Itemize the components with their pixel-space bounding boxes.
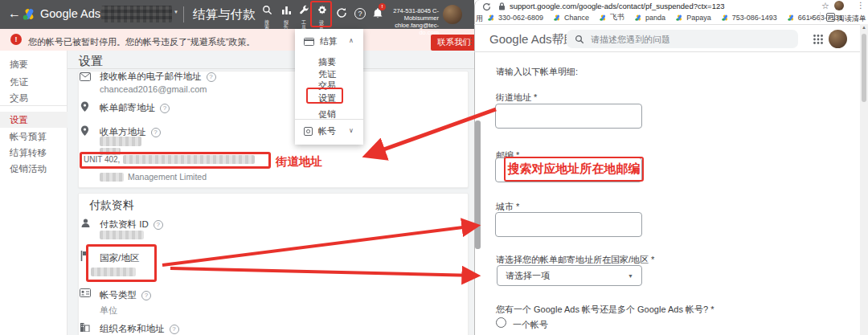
menu-item-summary[interactable]: 摘要	[318, 56, 336, 68]
help-site-title[interactable]: Google Ads帮助	[489, 32, 576, 47]
menu-group-billing[interactable]: 结算	[320, 35, 338, 47]
help-circle-icon[interactable]: ?	[141, 291, 151, 300]
sidebar-item-summary[interactable]: 摘要	[10, 59, 28, 71]
redacted-region-line	[100, 148, 121, 155]
radio-one-account[interactable]	[496, 317, 506, 328]
bookmark-apps-partial[interactable]: 用	[476, 14, 483, 24]
bookmark-item[interactable]: 330-062-6809	[488, 14, 543, 22]
google-ads-favicon	[600, 14, 607, 21]
menu-item-documents[interactable]: 凭证	[318, 68, 336, 80]
city-input[interactable]	[495, 212, 642, 237]
form-intro: 请输入以下帐单明细:	[496, 66, 578, 78]
page-scrollbar-thumb[interactable]	[862, 34, 866, 102]
address-bar[interactable]: support.google.com/google-ads/contact/pf…	[510, 2, 725, 10]
scroll-up-icon[interactable]: ▲	[862, 25, 866, 30]
reports-icon	[281, 5, 292, 15]
google-ads-favicon	[722, 14, 729, 21]
account-picker-redacted[interactable]	[101, 6, 172, 22]
person-icon	[80, 218, 91, 228]
bookmark-star-icon[interactable]: ☆	[821, 1, 829, 11]
sidebar-item-documents[interactable]: 凭证	[10, 76, 28, 88]
payment-profile-title: 付款资料	[89, 198, 134, 213]
sidebar-item-promotions[interactable]: 促销活动	[10, 163, 47, 175]
billing-email-label: 接收帐单的电子邮件地址	[100, 71, 202, 83]
bookmark-item[interactable]: panda	[635, 14, 665, 22]
nav-reports[interactable]: 报告	[278, 4, 294, 30]
redacted-company-prefix	[100, 173, 124, 182]
sidebar-item-transactions[interactable]: 交易	[10, 92, 28, 104]
help-search-box[interactable]	[567, 30, 798, 48]
menu-item-settings[interactable]: 设置	[318, 92, 336, 104]
google-ads-favicon	[676, 14, 683, 21]
refresh-icon[interactable]	[336, 7, 347, 18]
account-picker-caret-icon: ▼	[174, 10, 178, 14]
expand-icon[interactable]: ∨	[349, 127, 354, 134]
google-ads-favicon	[635, 14, 642, 21]
chrome-divider	[474, 24, 868, 25]
menu-group-account[interactable]: 帐号	[318, 125, 336, 137]
bookmark-item[interactable]: Chance	[554, 14, 589, 22]
brand-title: Google Ads	[40, 7, 100, 20]
screenshot-canvas: ← Google Ads ▼ 结算与付款 搜索 报告 工具 设置 ? ! 274…	[0, 0, 868, 335]
account-type-label: 帐号类型	[100, 289, 137, 301]
flag-icon	[80, 251, 89, 261]
search-icon	[575, 35, 584, 44]
redacted-profile-id	[100, 231, 144, 239]
nav-tools[interactable]: 工具	[296, 4, 312, 30]
sidebar-item-settings[interactable]: 设置	[10, 114, 28, 126]
account-email: chloe.fang@tec-do.com	[383, 22, 439, 36]
toolbar-divider	[183, 6, 184, 22]
street-address-value: UNIT 402,	[84, 155, 120, 164]
help-profile-avatar[interactable]	[829, 30, 847, 48]
bookmark-item[interactable]: 753-086-1493	[722, 14, 777, 22]
help-circle-icon[interactable]: ?	[160, 104, 170, 113]
apps-grid-icon[interactable]	[813, 34, 824, 45]
help-icon[interactable]: ?	[354, 8, 366, 19]
nav-settings[interactable]: 设置	[313, 4, 330, 30]
toolbar-avatar[interactable]	[443, 5, 462, 24]
sidebar-item-billing-transfers[interactable]: 结算转移	[10, 147, 47, 159]
nav-search[interactable]: 搜索	[259, 4, 275, 30]
account-box-icon	[304, 127, 313, 136]
left-page-scrollbar-thumb[interactable]	[475, 121, 481, 249]
bookmark-item[interactable]: 飞书	[600, 12, 624, 22]
bookmark-item[interactable]: Papaya	[676, 14, 711, 22]
country-select[interactable]: 请选择一项 ▼	[497, 265, 642, 286]
menu-item-transactions[interactable]: 交易	[318, 80, 336, 92]
help-circle-icon[interactable]: ?	[151, 128, 161, 137]
header-divider	[474, 51, 868, 52]
envelope-icon	[80, 72, 91, 81]
billing-email-value: chancead2016@gmail.com	[100, 84, 207, 94]
help-search-input[interactable]	[591, 35, 776, 44]
help-circle-icon[interactable]: ?	[170, 325, 179, 334]
street-address-input[interactable]	[495, 104, 642, 129]
collapse-icon[interactable]: ∧	[349, 37, 354, 44]
reading-list-icon[interactable]	[826, 13, 835, 22]
help-circle-icon[interactable]: ?	[207, 72, 216, 82]
reload-icon[interactable]	[482, 2, 491, 11]
organization-icon	[80, 322, 90, 332]
back-icon[interactable]: ←	[8, 6, 21, 21]
chevron-down-icon: ▼	[628, 273, 633, 279]
account-type-value: 单位	[100, 304, 117, 317]
nav-reports-label: 报告	[283, 20, 289, 30]
bookmarks-overflow-icon[interactable]: »	[809, 13, 814, 22]
section-title: 结算与付款	[193, 6, 256, 23]
google-ads-favicon	[554, 14, 561, 21]
country-region-label: 国家/地区	[100, 252, 139, 264]
help-circle-icon[interactable]: ?	[154, 220, 163, 230]
browser-menu-icon[interactable]: ⋮	[857, 1, 865, 10]
lock-icon	[498, 2, 506, 10]
notification-badge: !	[379, 3, 386, 10]
country-select-value: 请选择一项	[506, 270, 550, 282]
zip-input[interactable]	[495, 157, 642, 182]
redacted-country-value	[91, 268, 136, 276]
bookmarks-bar: 330-062-6809 Chance 飞书 panda Papaya 753-…	[488, 12, 843, 22]
browser-profile-avatar[interactable]	[834, 1, 844, 10]
reading-list-label[interactable]: 阅读清单	[837, 14, 866, 24]
alert-icon: !	[10, 34, 22, 45]
street-address-label: 街道地址 *	[496, 92, 537, 104]
gear-icon	[317, 5, 327, 15]
location-pin-icon	[80, 125, 89, 137]
sidebar-item-account-budgets[interactable]: 帐号预算	[10, 131, 47, 143]
